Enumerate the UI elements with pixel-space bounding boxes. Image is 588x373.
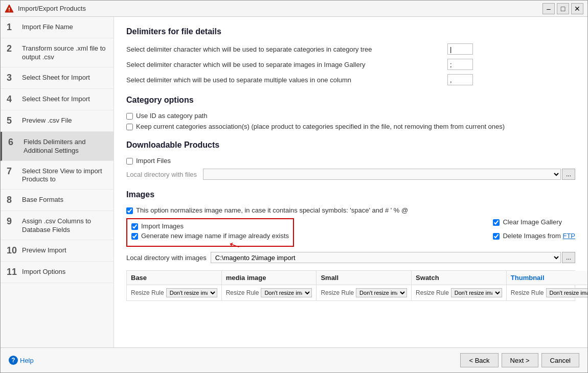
clear-gallery-label: Clear Image Gallery [503, 218, 562, 226]
resize-rule-select-base[interactable]: Don't resize imag ... [166, 288, 217, 297]
maximize-button[interactable]: □ [557, 3, 569, 14]
category-section: Category options Use ID as category path… [126, 96, 575, 130]
sidebar: 1Import File Name2Transform source .xml … [1, 17, 114, 347]
category-checkbox-2[interactable] [126, 124, 133, 130]
sidebar-label-7: Select Store View to import Products to [22, 166, 107, 184]
sidebar-num-1: 1 [7, 22, 17, 33]
sidebar-item-7[interactable]: 7Select Store View to import Products to [1, 161, 114, 190]
sidebar-label-11: Import Options [22, 267, 65, 276]
normalize-checkbox[interactable] [126, 207, 133, 214]
next-button[interactable]: Next > [502, 353, 538, 367]
delete-ftp-label: Delete Images from FTP [503, 232, 575, 240]
cancel-button[interactable]: Cancel [541, 353, 579, 367]
browse-button[interactable]: ... [562, 169, 575, 180]
sidebar-label-9: Assign .csv Columns to Database Fields [22, 216, 107, 235]
sidebar-label-10: Preview Import [22, 245, 66, 255]
sidebar-num-7: 7 [7, 166, 17, 177]
delimiter-row-1: Select delimiter character which will be… [126, 43, 575, 55]
sidebar-item-4[interactable]: 4Select Sheet for Import [1, 89, 114, 110]
main-window: Import/Export Products – □ ✕ 1Import Fil… [0, 0, 588, 373]
sidebar-item-3[interactable]: 3Select Sheet for Import [1, 67, 114, 89]
browse-images-button[interactable]: ... [562, 252, 575, 263]
images-options-row: Import Images Generate new image name if… [126, 218, 575, 247]
images-section: Images This option normalizes image name… [126, 190, 575, 301]
sidebar-num-9: 9 [7, 216, 17, 227]
bottom-bar: ? Help < Back Next > Cancel [1, 347, 587, 372]
downloadable-section: Downloadable Products Import Files Local… [126, 141, 575, 180]
ftp-link[interactable]: FTP [562, 232, 575, 240]
local-images-select[interactable]: C:\magento 2\image import [211, 252, 561, 263]
sidebar-item-1[interactable]: 1Import File Name [1, 17, 114, 38]
sidebar-item-10[interactable]: 10Preview Import [1, 240, 114, 262]
sidebar-item-8[interactable]: 8Base Formats [1, 190, 114, 211]
sidebar-num-11: 11 [7, 267, 17, 277]
sidebar-num-4: 4 [7, 94, 17, 105]
sidebar-item-11[interactable]: 11Import Options [1, 262, 114, 283]
window-title: Import/Export Products [18, 5, 542, 12]
sidebar-num-8: 8 [7, 195, 17, 205]
resize-header-base: Base [127, 271, 221, 285]
sidebar-label-8: Base Formats [22, 195, 63, 204]
delimiter-input-3[interactable] [447, 74, 473, 85]
sidebar-item-2[interactable]: 2Transform source .xml file to output .c… [1, 38, 114, 67]
import-images-checkbox[interactable] [131, 223, 138, 230]
delete-ftp-row: Delete Images from FTP [493, 232, 575, 240]
delimiter-label-1: Select delimiter character which will be… [126, 45, 443, 53]
resize-rule-label-media: Resize Rule [226, 289, 259, 296]
import-files-label: Import Files [136, 157, 171, 165]
resize-col-thumbnail: Thumbnail Resize Rule Don't resize imag … [507, 271, 587, 300]
delimiters-title: Delimiters for file details [126, 27, 575, 36]
downloadable-title: Downloadable Products [126, 141, 575, 150]
resize-col-small: Small Resize Rule Don't resize imag ... [316, 271, 412, 300]
local-images-container: → Local directory with images C:\magento… [126, 252, 575, 263]
local-dir-select[interactable] [203, 169, 561, 180]
delimiter-label-3: Select delimiter which will be used to s… [126, 76, 443, 84]
sidebar-num-10: 10 [7, 245, 17, 256]
resize-rule-label-thumbnail: Resize Rule [511, 289, 544, 296]
resize-rule-thumbnail: Resize Rule Don't resize imag ... [507, 285, 587, 300]
sidebar-label-4: Select Sheet for Import [22, 94, 90, 104]
resize-rule-select-small[interactable]: Don't resize imag ... [356, 288, 407, 297]
content-area: Delimiters for file details Select delim… [114, 17, 587, 347]
resize-rule-select-thumbnail[interactable]: Don't resize imag ... [546, 288, 587, 297]
generate-name-checkbox[interactable] [131, 233, 138, 240]
resize-header-small: Small [316, 271, 411, 285]
resize-col-media: media image Resize Rule Don't resize ima… [222, 271, 317, 300]
category-checkbox-1[interactable] [126, 113, 133, 120]
resize-header-thumbnail: Thumbnail [507, 271, 587, 285]
category-label-2: Keep current categories association(s) (… [136, 123, 505, 130]
sidebar-label-2: Transform source .xml file to output .cs… [22, 43, 107, 62]
resize-rule-select-media[interactable]: Don't resize imag ... [261, 288, 312, 297]
normalize-row: This option normalizes image name, in ca… [126, 206, 575, 214]
import-images-label: Import Images [141, 222, 184, 230]
resize-col-swatch: Swatch Resize Rule Don't resize imag ... [412, 271, 507, 300]
clear-gallery-checkbox[interactable] [493, 219, 500, 226]
minimize-button[interactable]: – [542, 3, 555, 14]
clear-gallery-row: Clear Image Gallery [493, 218, 575, 226]
close-button[interactable]: ✕ [571, 3, 583, 14]
resize-rule-select-swatch[interactable]: Don't resize imag ... [451, 288, 502, 297]
category-title: Category options [126, 96, 575, 105]
delimiters-section: Delimiters for file details Select delim… [126, 27, 575, 85]
local-dir-label: Local directory with files [126, 171, 198, 178]
window-controls: – □ ✕ [542, 3, 583, 14]
delimiter-label-2: Select delimiter character which will be… [126, 61, 443, 68]
category-label-1: Use ID as category path [136, 112, 207, 120]
help-link[interactable]: ? Help [9, 356, 34, 365]
delimiter-input-1[interactable] [447, 43, 473, 55]
import-files-checkbox[interactable] [126, 158, 133, 165]
sidebar-num-6: 6 [8, 137, 18, 148]
sidebar-item-9[interactable]: 9Assign .csv Columns to Database Fields [1, 211, 114, 240]
sidebar-label-1: Import File Name [22, 22, 73, 32]
resize-rule-label-base: Resize Rule [131, 289, 164, 296]
sidebar-num-2: 2 [7, 43, 17, 54]
sidebar-item-5[interactable]: 5Preview .csv File [1, 110, 114, 132]
sidebar-num-5: 5 [7, 115, 17, 126]
delete-ftp-checkbox[interactable] [493, 233, 500, 240]
back-button[interactable]: < Back [460, 353, 498, 367]
sidebar-item-6[interactable]: 6Fields Delimiters and Additional Settin… [1, 132, 114, 161]
main-area: 1Import File Name2Transform source .xml … [1, 17, 587, 347]
resize-rule-small: Resize Rule Don't resize imag ... [316, 285, 411, 300]
category-option-1: Use ID as category path [126, 112, 575, 120]
delimiter-input-2[interactable] [447, 59, 473, 70]
